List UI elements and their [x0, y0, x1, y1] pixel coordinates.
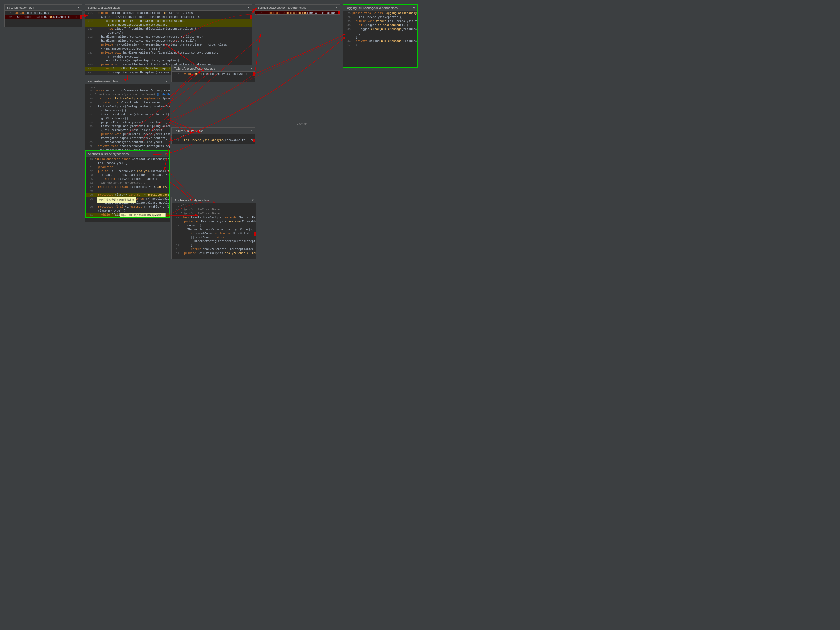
- sb2-application-code: 1 package com.mooc.sb2; 12 SpringApplica…: [5, 11, 82, 20]
- code-line: 60 protected final <E extends Throwable>…: [85, 205, 169, 209]
- failure-analyzer-code: 1 /** 35 FailureAnalysis analyze(Throwab…: [172, 134, 254, 144]
- code-line: 58 }: [172, 244, 256, 248]
- code-line: Class<E> type) {: [85, 209, 169, 213]
- failure-analyzer-panel: FailureAnalyzer.class ✕ 1 /** 35 Failure…: [171, 128, 255, 144]
- code-line: 42 class BindFailureAnalyzer extends Abs…: [172, 216, 256, 220]
- gutter-marker: [253, 139, 254, 142]
- code-line: 50 final class FailureAnalyzers implemen…: [85, 97, 170, 101]
- code-line: }: [343, 32, 417, 35]
- code-line: 88 prepareAnalyzer(context, analyzer);: [85, 141, 170, 144]
- failure-analysis-reporter-close[interactable]: ✕: [250, 66, 252, 70]
- bind-failure-analyzer-panel: BindFailureAnalyzer.class ✕ 1 /** 46 * @…: [171, 197, 256, 259]
- code-line: (SpringBootExceptionReporter.class,: [85, 23, 252, 27]
- code-line: getClassLoader();: [85, 117, 170, 121]
- gutter-marker: [80, 15, 82, 19]
- code-line: private void prepareFailureAnalyzers(Lis…: [85, 133, 170, 137]
- logging-failure-close[interactable]: ✕: [413, 6, 415, 9]
- code-line: 97 } }: [343, 43, 417, 47]
- code-line: 787 private void handleRunFailure(Config…: [85, 51, 252, 55]
- failure-analysis-reporter-code: 32 void report(FailureAnalysis analysis)…: [172, 72, 254, 81]
- code-line: 1 /**: [172, 134, 254, 139]
- code-line: 322 handleRunFailure(context, ex, except…: [85, 35, 252, 39]
- code-line: <> parameterTypes,Object... args) {: [85, 47, 252, 51]
- spring-application-title: SpringApplication.class: [87, 6, 120, 9]
- spring-application-close[interactable]: ✕: [248, 6, 249, 9]
- code-line: 42 * perform its analysis can implement …: [85, 93, 170, 97]
- bind-failure-analyzer-title: BindFailureAnalyzer.class: [174, 199, 210, 202]
- spring-boot-exception-close[interactable]: ✕: [335, 6, 337, 9]
- code-line: Collection<SpringBootExceptionReporter> …: [85, 15, 252, 19]
- spring-application-header: SpringApplication.class ✕: [85, 5, 252, 11]
- code-line: || rootCause instanceof of: [172, 236, 256, 240]
- gutter-marker: [250, 15, 252, 19]
- gutter-marker: [254, 232, 256, 236]
- abstract-failure-analyzer-close[interactable]: ✕: [165, 152, 167, 156]
- code-line: 64 this.classLoader = (classLoader != nu…: [85, 113, 170, 117]
- code-line: 309 exceptionReporters = getSpringFactor…: [85, 19, 252, 23]
- code-line: 1 /**: [172, 204, 256, 208]
- code-line: Throwable exception,: [85, 55, 252, 59]
- abstract-failure-analyzer-header: AbstractFailureAnalyzer.class ✕: [85, 151, 169, 157]
- code-line: ConfigurableApplicationContext context) …: [85, 137, 170, 141]
- code-line: 62 FailureAnalyzers(ConfigurableApplicat…: [85, 105, 170, 109]
- code-line: 41 * @author Madhura Bhave: [172, 212, 256, 216]
- code-line: 35 return analyze(failure, cause);: [85, 177, 169, 181]
- sb2-application-close[interactable]: ✕: [77, 6, 80, 9]
- code-line: 54 private FailureAnalysis analyzeGeneri…: [172, 251, 256, 256]
- code-line: 33 T cause = findCause(failure, getCause…: [85, 174, 169, 177]
- failure-analyzers-header: FailureAnalyzers.class ✕: [85, 78, 170, 84]
- sb2-application-header: Sb2Application.java ✕: [5, 5, 82, 11]
- failure-analyzer-close[interactable]: ✕: [250, 129, 252, 133]
- abstract-failure-analyzer-code: 29 public abstract class AbstractFailure…: [85, 157, 169, 218]
- code-line: 62 if (type.isInstance(failure)) { 找到特定异…: [85, 217, 169, 218]
- code-line: 11 return analyzeGenericBindException(ca…: [172, 248, 256, 251]
- bind-failure-analyzer-close[interactable]: ✕: [252, 198, 254, 202]
- failure-analysis-reporter-panel: FailureAnalysisReporter.class ✕ 32 void …: [171, 65, 255, 82]
- code-line: 35 FailureAnalysis analyze(Throwable fai…: [172, 139, 254, 144]
- code-line: 45 cause) {: [172, 224, 256, 228]
- code-line: 12 SpringApplication.run(Sb2Application.…: [5, 15, 82, 19]
- code-line: 38 public final class LoggingFailureAnal…: [343, 12, 417, 16]
- code-line: 48 logger.error(buildMessage(failureAnal…: [343, 27, 417, 32]
- gutter-marker: [338, 11, 339, 15]
- logging-failure-header: LoggingFailureAnalysisReporter.class ✕: [343, 5, 417, 11]
- code-line: 1 /**: [85, 85, 170, 89]
- code-line: reportFailure(exceptionReporters, except…: [85, 59, 252, 63]
- gutter-marker: [253, 72, 254, 76]
- spring-boot-exception-panel: SpringBootExceptionReporter.class ✕ 51 b…: [255, 4, 340, 15]
- code-line: FailureAnalyzer {: [85, 161, 169, 166]
- code-line: 44 * @param cause the actual...: [85, 181, 169, 185]
- code-line: 44 private String buildMessage(FailureAn…: [343, 39, 417, 43]
- failure-analyzers-close[interactable]: ✕: [166, 79, 167, 83]
- tooltip: 找到特定异常类型: [97, 217, 169, 218]
- svg-line-6: [255, 34, 261, 74]
- code-line: context);: [85, 31, 252, 35]
- code-line: 310 new Class[] { ConfigurableApplicatio…: [85, 27, 252, 31]
- code-line: 92 private void prepareAnalyzer(Configur…: [85, 144, 170, 148]
- code-line: 295 public ConfigurableApplicationContex…: [85, 11, 252, 15]
- spring-boot-exception-header: SpringBootExceptionReporter.class ✕: [255, 5, 339, 11]
- code-line: UnboundConfigurationPropertiesException)…: [172, 240, 256, 244]
- code-line: private <T> Collection<T> getSpringFacto…: [85, 43, 252, 47]
- code-line: 46 if (logger.isInfoEnabled()) {: [343, 24, 417, 27]
- code-line: (classLoader) {: [85, 109, 170, 113]
- code-line: Throwable rootCause = cause.getCause();: [172, 228, 256, 232]
- code-line: 46 * @author Madhura Bhave: [172, 208, 256, 212]
- bind-failure-analyzer-code: 1 /** 46 * @author Madhura Bhave 41 * @a…: [172, 204, 256, 256]
- failure-analysis-reporter-title: FailureAnalysisReporter.class: [174, 67, 215, 70]
- code-line: 1 package com.mooc.sb2;: [5, 11, 82, 15]
- code-line: 32 public FailureAnalysis analyze(Throwa…: [85, 169, 169, 174]
- code-line: 29 public abstract class AbstractFailure…: [85, 158, 169, 161]
- abstract-failure-analyzer-title: AbstractFailureAnalyzer.class: [88, 152, 129, 156]
- code-line: 50 protected Class<? extends T> getCause…: [85, 193, 169, 197]
- code-line: (FailureAnalyzer.class, classLoader);: [85, 129, 170, 133]
- code-line: 47 protected abstract FailureAnalysis an…: [85, 185, 169, 189]
- logging-failure-code: 38 public final class LoggingFailureAnal…: [343, 11, 417, 48]
- tooltip: 不同的实现类是不同的异常定义: [97, 197, 136, 203]
- failure-analyzers-title: FailureAnalyzers.class: [87, 80, 118, 83]
- code-line: 31 @Override: [85, 166, 169, 169]
- code-line: 54 private final ClassLoader classLoader…: [85, 101, 170, 105]
- bind-failure-analyzer-header: BindFailureAnalyzer.class ✕: [172, 197, 256, 204]
- code-line: 32 void report(FailureAnalysis analysis)…: [172, 72, 254, 80]
- code-line: 47 if (rootCause instanceof BindValidati…: [172, 232, 256, 236]
